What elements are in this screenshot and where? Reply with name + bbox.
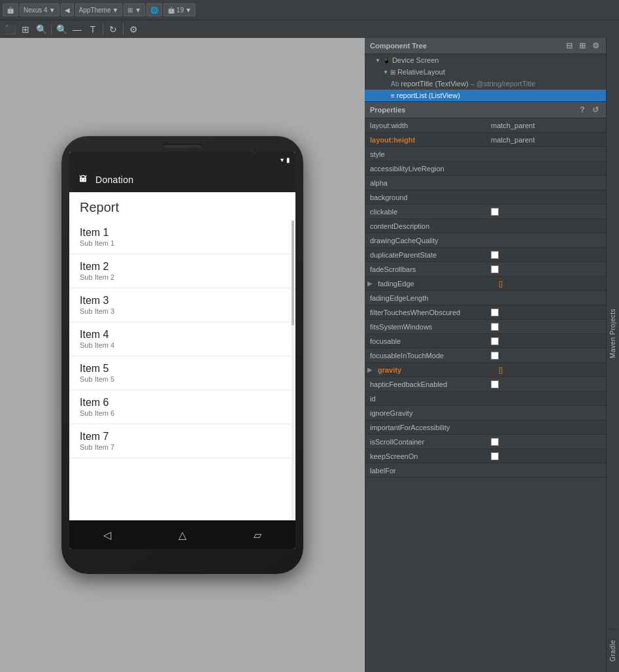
prop-focusable-touch: focusableInTouchMode [365,348,619,363]
fading-edge-expand[interactable]: ▶ [365,280,373,287]
back-btn[interactable]: ◀ [61,3,74,16]
prop-checkbox-clickable[interactable] [491,208,499,216]
home-nav-btn[interactable]: △ [169,525,195,545]
prop-value-layout-width[interactable]: match_parent [486,120,619,131]
prop-name-keep-screen-on: keepScreenOn [365,451,486,462]
android-dropdown[interactable]: 🤖 19 ▼ [163,3,195,16]
prop-checkbox-focusable[interactable] [491,337,499,345]
prop-value-ignore-gravity[interactable] [486,412,619,414]
back-nav-btn[interactable]: ◁ [94,525,120,545]
phone-action-bar: Donation [69,167,295,192]
scrollbar-thumb [292,220,294,326]
api-dropdown[interactable]: 🌐 [146,3,162,16]
tree-settings-icon[interactable]: ⚙ [590,41,601,51]
gravity-expand[interactable]: ▶ [365,366,373,373]
prop-name-fading-edge: fadingEdge [373,278,494,289]
list-item: Item 5 Sub Item 5 [69,356,295,390]
prop-layout-width: layout:width match_parent [365,118,619,133]
theme-dropdown[interactable]: AppTheme ▼ [75,3,123,16]
zoom-in-btn[interactable]: 🔍 [34,22,48,37]
textview-icon: Ab [391,80,399,88]
prop-name-focusable-touch: focusableInTouchMode [365,350,486,361]
item-sub-4: Sub Item 4 [80,341,285,349]
prop-help-icon[interactable]: ? [577,105,588,115]
prop-checkbox-fade-scrollbars[interactable] [491,265,499,273]
prop-value-id[interactable] [486,397,619,400]
maven-tab[interactable]: Maven Projects [609,38,616,629]
prop-value-style[interactable] [486,153,619,156]
svg-line-1 [80,175,81,177]
prop-name-fading-edge-length: fadingEdgeLength [365,293,486,303]
prop-checkbox-focusable-touch[interactable] [491,352,499,360]
tree-layout-arrow: ▼ [383,69,388,75]
list-item: Item 3 Sub Item 3 [69,288,295,322]
prop-value-fading-edge-length[interactable] [486,297,619,299]
tree-collapse-icon[interactable]: ⊟ [564,41,575,51]
android-small-icon: 🤖 [7,7,14,14]
prop-value-fading-edge[interactable]: [] [494,278,619,289]
prop-value-gravity[interactable]: [] [494,365,619,375]
svg-point-4 [81,179,82,180]
properties-title: Properties [370,106,405,114]
phone-app-title: Donation [95,175,133,185]
prop-name-scroll-container: isScrollContainer [365,437,486,447]
prop-checkbox-haptic[interactable] [491,380,499,388]
zoom-fit-btn[interactable]: ⊞ [18,22,33,37]
properties-header: Properties ? ↺ ▼ [365,102,619,118]
tree-expand-icon[interactable]: ⊞ [577,41,588,51]
prop-checkbox-fits-system[interactable] [491,323,499,331]
zoom-out-btn[interactable]: 🔍 [54,22,69,37]
nexus-label: Nexus 4 [24,7,48,14]
prop-name-content-desc: contentDescription [365,221,486,231]
recents-nav-btn[interactable]: ▱ [244,525,271,545]
prop-name-haptic: hapticFeedbackEnabled [365,379,486,390]
refresh-btn[interactable]: ↻ [106,22,120,37]
tree-device-screen[interactable]: ▼ 📱 Device Screen [365,54,619,66]
gradle-tab[interactable]: Gradle [609,629,616,672]
prop-scroll-container: isScrollContainer [365,435,619,449]
layout-btn[interactable]: ⊞ ▼ [124,3,145,16]
svg-point-5 [84,179,86,180]
prop-name-ignore-gravity: ignoreGravity [365,408,486,418]
main-wrapper: ▾ ▮ [0,38,619,672]
prop-value-content-desc[interactable] [486,225,619,227]
list-view-container: Item 1 Sub Item 1 Item 2 Sub Item 2 Item… [69,220,295,520]
prop-value-alpha[interactable] [486,182,619,184]
text-btn[interactable]: T [86,22,100,37]
select-btn[interactable]: ⬛ [3,22,17,37]
prop-checkbox-duplicate[interactable] [491,251,499,259]
prop-value-label-for[interactable] [486,469,619,472]
component-tree-header: Component Tree ⊟ ⊞ ⚙ ✕ [365,38,619,54]
prop-background: background [365,190,619,205]
prop-value-background[interactable] [486,196,619,199]
prop-checkbox-filter-touches[interactable] [491,309,499,316]
prop-haptic: hapticFeedbackEnabled [365,377,619,392]
list-item: Item 4 Sub Item 4 [69,322,295,356]
prop-label-for: labelFor [365,463,619,478]
prop-name-important-accessibility: importantForAccessibility [365,422,486,433]
component-tree-panel: Component Tree ⊟ ⊞ ⚙ ✕ ▼ 📱 Device Screen [365,38,619,101]
prop-value-layout-height[interactable]: match_parent [486,135,619,145]
item-title-4: Item 4 [80,329,285,341]
settings-btn[interactable]: ⚙ [126,22,141,37]
prop-name-fade-scrollbars: fadeScrollbars [365,264,486,275]
nexus-dropdown[interactable]: Nexus 4 ▼ [20,3,59,16]
tree-report-title[interactable]: Ab reportTitle (TextView) – @string/repo… [365,78,619,90]
listview-icon: ≡ [391,92,395,99]
phone-content: Report Item 1 Sub Item 1 Item 2 Sub Item… [69,192,295,520]
prop-value-accessibility[interactable] [486,167,619,170]
item-title-6: Item 6 [80,397,285,409]
tree-report-list[interactable]: ≡ reportList (ListView) [365,90,619,101]
prop-refresh-icon[interactable]: ↺ [590,105,601,115]
android-icon-btn[interactable]: 🤖 [3,3,18,16]
prop-checkbox-scroll-container[interactable] [491,438,499,446]
zoom-reset-btn[interactable]: — [70,22,84,37]
prop-checkbox-keep-screen-on[interactable] [491,452,499,460]
item-title-3: Item 3 [80,295,285,307]
prop-value-drawing-cache[interactable] [486,239,619,242]
tree-relative-layout[interactable]: ▼ ⊞ RelativeLayout [365,66,619,78]
prop-value-important-accessibility[interactable] [486,426,619,429]
prop-name-id: id [365,394,486,404]
list-scrollbar[interactable] [292,220,294,520]
phone-device: ▾ ▮ [61,136,303,574]
